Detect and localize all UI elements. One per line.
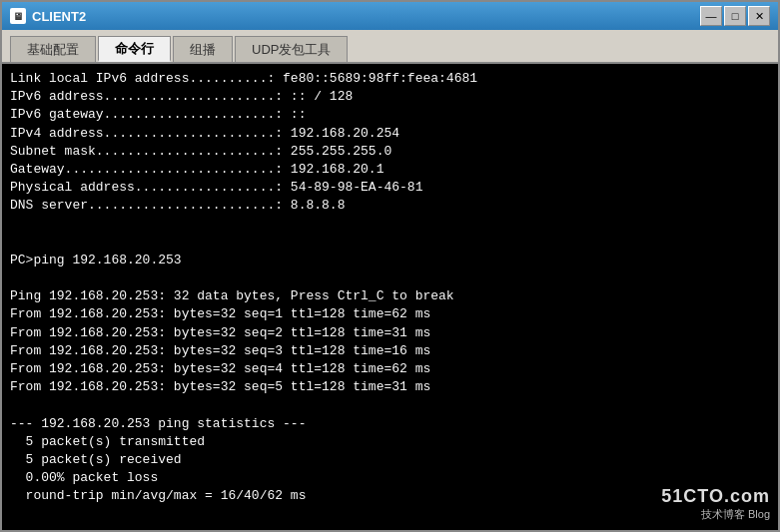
watermark: 51CTO.com 技术博客 Blog bbox=[661, 486, 770, 522]
app-icon: 🖥 bbox=[10, 8, 26, 24]
main-window: 🖥 CLIENT2 — □ ✕ 基础配置 命令行 组播 UDP发包工具 Link… bbox=[0, 0, 780, 532]
title-controls: — □ ✕ bbox=[700, 6, 770, 26]
title-bar-left: 🖥 CLIENT2 bbox=[10, 8, 86, 24]
tab-multicast[interactable]: 组播 bbox=[173, 36, 233, 62]
maximize-button[interactable]: □ bbox=[724, 6, 746, 26]
tab-bar: 基础配置 命令行 组播 UDP发包工具 bbox=[2, 30, 778, 64]
tab-udp-tool[interactable]: UDP发包工具 bbox=[235, 36, 348, 62]
minimize-button[interactable]: — bbox=[700, 6, 722, 26]
terminal-output: Link local IPv6 address..........: fe80:… bbox=[10, 70, 770, 524]
close-button[interactable]: ✕ bbox=[748, 6, 770, 26]
watermark-sub: 技术博客 Blog bbox=[661, 507, 770, 522]
tab-command-line[interactable]: 命令行 bbox=[98, 36, 171, 62]
window-title: CLIENT2 bbox=[32, 9, 86, 24]
tab-basic-config[interactable]: 基础配置 bbox=[10, 36, 96, 62]
terminal-container[interactable]: Link local IPv6 address..........: fe80:… bbox=[2, 64, 778, 530]
watermark-main: 51CTO.com bbox=[661, 486, 770, 507]
title-bar: 🖥 CLIENT2 — □ ✕ bbox=[2, 2, 778, 30]
